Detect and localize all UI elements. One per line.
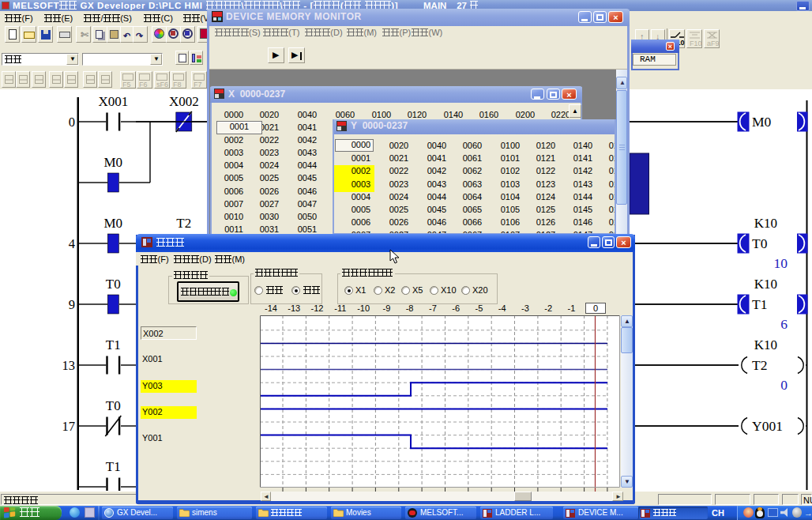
svg-text:13: 13: [62, 358, 76, 373]
svg-text:K10: K10: [754, 277, 777, 292]
svg-text:X002: X002: [169, 94, 199, 109]
svg-text:X001: X001: [98, 94, 128, 109]
svg-text:10: 10: [774, 255, 788, 271]
svg-text:0: 0: [69, 115, 75, 130]
svg-text:T0: T0: [752, 236, 768, 251]
svg-text:17: 17: [62, 419, 76, 434]
svg-text:T0: T0: [106, 277, 121, 292]
svg-text:Y001: Y001: [752, 418, 783, 434]
svg-text:9: 9: [69, 297, 75, 312]
svg-text:T1: T1: [752, 296, 767, 312]
svg-text:M0: M0: [103, 155, 122, 170]
svg-text:K10: K10: [754, 337, 777, 352]
svg-text:6: 6: [780, 316, 788, 332]
svg-text:T2: T2: [176, 216, 191, 231]
svg-text:M0: M0: [752, 114, 772, 130]
svg-text:T1: T1: [106, 337, 121, 352]
svg-text:T2: T2: [752, 357, 767, 373]
svg-text:4: 4: [69, 236, 75, 251]
svg-text:K10: K10: [754, 216, 777, 231]
svg-text:T1: T1: [106, 459, 121, 474]
svg-text:T0: T0: [106, 398, 121, 413]
svg-text:M0: M0: [103, 216, 122, 231]
svg-text:0: 0: [780, 377, 788, 393]
